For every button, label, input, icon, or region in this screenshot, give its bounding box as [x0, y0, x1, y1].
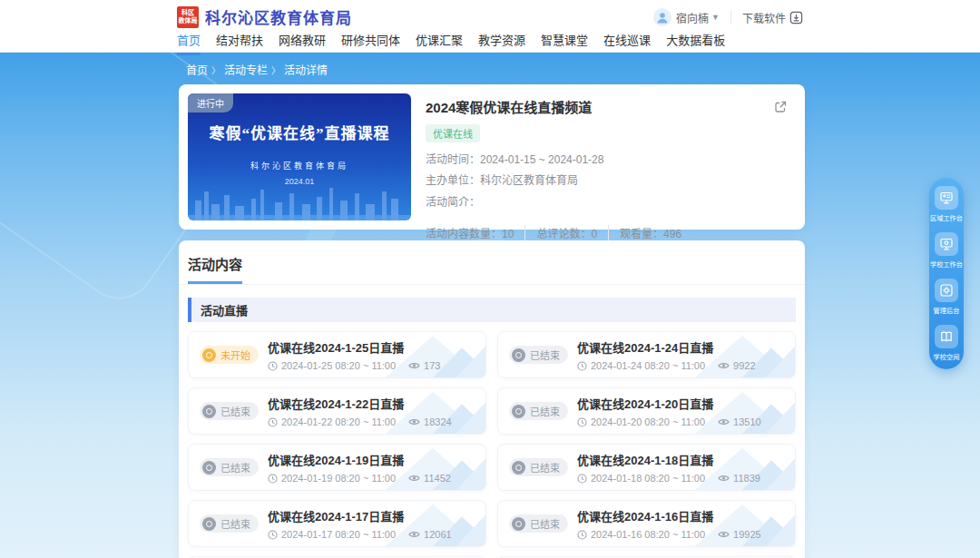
- live-title[interactable]: 优课在线2024-1-24日直播: [577, 338, 756, 356]
- live-card[interactable]: 已结束 优课在线2024-1-22日直播 2024-01-22 08:20 ~ …: [188, 387, 486, 435]
- breadcrumb-item[interactable]: 活动专栏: [224, 62, 280, 77]
- breadcrumb-item[interactable]: 首页: [186, 62, 220, 77]
- stat-item: 观看量：496: [608, 225, 681, 240]
- live-views: 9922: [733, 360, 755, 371]
- stat-label: 观看量：: [620, 228, 663, 240]
- site-title: 科尔沁区教育体育局: [205, 5, 352, 28]
- live-status-icon: [202, 405, 216, 418]
- tab-activity-content[interactable]: 活动内容: [188, 254, 242, 284]
- status-text: 未开始: [220, 348, 250, 362]
- nav-item[interactable]: 优课汇聚: [416, 31, 463, 55]
- user-name[interactable]: 宿向楠: [676, 10, 709, 25]
- live-views: 12061: [424, 529, 452, 540]
- sidebar-item-school-workbench[interactable]: 学校工作台: [924, 232, 969, 270]
- live-card[interactable]: 未开始 优课在线2024-1-25日直播 2024-01-25 08:20 ~ …: [188, 331, 486, 378]
- stat-label: 活动内容数量：: [426, 228, 502, 240]
- activity-title: 2024寒假优课在线直播频道: [426, 97, 779, 116]
- live-card[interactable]: 已结束 优课在线2024-1-18日直播 2024-01-18 08:20 ~ …: [497, 444, 796, 491]
- nav-item[interactable]: 结对帮扶: [216, 31, 263, 55]
- live-time: 2024-01-17 08:20 ~ 11:00: [281, 529, 396, 540]
- live-status-icon: [202, 461, 216, 475]
- nav-item[interactable]: 大数据看板: [666, 31, 725, 55]
- sidebar-item-label: 管理后台: [934, 305, 960, 315]
- floating-sidebar: 区域工作台 学校工作台 管理后台 学校空间: [929, 178, 964, 369]
- live-title[interactable]: 优课在线2024-1-19日直播: [268, 451, 451, 468]
- user-avatar[interactable]: [653, 8, 671, 26]
- live-time: 2024-01-22 08:20 ~ 11:00: [281, 416, 396, 427]
- banner-date: 2024.01: [188, 177, 411, 186]
- breadcrumb-item[interactable]: 活动详情: [284, 62, 328, 77]
- banner-org: 科尔沁区教育体育局: [188, 160, 411, 171]
- external-link-icon[interactable]: [774, 101, 787, 117]
- sidebar-item-label: 学校空间: [934, 351, 960, 361]
- activity-fields: 活动时间：2024-01-15 ~ 2024-01-28 主办单位：科尔沁区教育…: [426, 150, 779, 213]
- live-time: 2024-01-20 08:20 ~ 11:00: [591, 416, 705, 427]
- stat-value: 496: [663, 228, 681, 240]
- live-title[interactable]: 优课在线2024-1-22日直播: [268, 395, 452, 412]
- eye-icon: [408, 361, 420, 370]
- chevron-down-icon[interactable]: ▼: [711, 13, 720, 22]
- live-card[interactable]: 已结束 优课在线2024-1-17日直播 2024-01-17 08:20 ~ …: [188, 500, 486, 547]
- stat-item: 活动内容数量：10: [426, 225, 514, 240]
- live-card[interactable]: 已结束 优课在线2024-1-19日直播 2024-01-19 08:20 ~ …: [188, 444, 486, 491]
- logo-text-bottom: 教体局: [179, 17, 198, 24]
- status-badge: 已结束: [509, 402, 568, 420]
- live-views: 173: [424, 360, 440, 371]
- field-label: 主办单位：: [426, 174, 480, 187]
- activity-banner[interactable]: 进行中 寒假“优课在线”直播课程 科尔沁区教育体育局 2024.01: [188, 93, 411, 220]
- download-label: 下载软件: [742, 10, 786, 25]
- live-title[interactable]: 优课在线2024-1-17日直播: [268, 507, 452, 524]
- status-badge: 进行中: [188, 93, 233, 113]
- live-title[interactable]: 优课在线2024-1-16日直播: [577, 507, 761, 524]
- live-grid: 未开始 优课在线2024-1-25日直播 2024-01-25 08:20 ~ …: [188, 331, 796, 547]
- live-time: 2024-01-18 08:20 ~ 11:00: [591, 473, 705, 484]
- divider: [730, 11, 731, 24]
- status-badge: 已结束: [200, 402, 259, 420]
- status-text: 已结束: [530, 404, 560, 418]
- live-status-icon: [512, 517, 525, 531]
- field-label: 活动简介：: [426, 196, 480, 209]
- status-text: 已结束: [220, 516, 250, 531]
- live-views: 11839: [733, 473, 760, 484]
- main-nav: 首页 结对帮扶 网络教研 研修共同体 优课汇聚 教学资源 智慧课堂 在线巡课 大…: [177, 29, 803, 55]
- stat-value: 0: [591, 228, 597, 240]
- live-status-icon: [512, 405, 525, 418]
- banner-title: 寒假“优课在线”直播课程: [188, 121, 411, 143]
- eye-icon: [718, 361, 730, 370]
- live-views: 18324: [424, 416, 452, 427]
- nav-item[interactable]: 首页: [177, 31, 201, 55]
- sidebar-item-label: 区域工作台: [930, 212, 963, 222]
- live-time: 2024-01-25 08:20 ~ 11:00: [281, 360, 396, 371]
- nav-item[interactable]: 研修共同体: [341, 31, 400, 55]
- org-seal-logo: 科区 教体局: [177, 6, 199, 28]
- live-title[interactable]: 优课在线2024-1-18日直播: [577, 451, 760, 468]
- download-software-button[interactable]: 下载软件: [742, 10, 803, 25]
- sidebar-item-school-space[interactable]: 学校空间: [928, 325, 965, 363]
- download-icon: [789, 11, 803, 24]
- status-text: 已结束: [530, 460, 560, 475]
- clock-icon: [577, 417, 587, 427]
- city-skyline-graphic: [188, 182, 411, 220]
- clock-icon: [268, 417, 278, 427]
- clock-icon: [577, 474, 587, 484]
- live-views: 13510: [733, 416, 761, 427]
- live-title[interactable]: 优课在线2024-1-25日直播: [268, 338, 440, 356]
- region-workbench-icon: [935, 186, 958, 210]
- status-text: 已结束: [220, 460, 250, 475]
- live-card[interactable]: 已结束 优课在线2024-1-24日直播 2024-01-24 08:20 ~ …: [497, 331, 796, 378]
- sidebar-item-admin-backend[interactable]: 管理后台: [928, 279, 965, 317]
- eye-icon: [408, 474, 420, 483]
- nav-item[interactable]: 在线巡课: [603, 31, 651, 55]
- eye-icon: [408, 417, 420, 426]
- activity-field-row: 活动简介：: [426, 192, 779, 213]
- live-card[interactable]: 已结束 优课在线2024-1-20日直播 2024-01-20 08:20 ~ …: [497, 387, 796, 435]
- live-card[interactable]: 已结束 优课在线2024-1-16日直播 2024-01-16 08:20 ~ …: [497, 500, 796, 547]
- activity-field-row: 主办单位：科尔沁区教育体育局: [426, 171, 779, 191]
- nav-item[interactable]: 智慧课堂: [541, 31, 588, 55]
- sidebar-item-region-workbench[interactable]: 区域工作台: [924, 186, 969, 224]
- status-badge: 已结束: [509, 514, 568, 533]
- live-status-icon: [512, 461, 525, 475]
- nav-item[interactable]: 网络教研: [279, 31, 326, 55]
- nav-item[interactable]: 教学资源: [478, 31, 525, 55]
- live-title[interactable]: 优课在线2024-1-20日直播: [577, 395, 761, 412]
